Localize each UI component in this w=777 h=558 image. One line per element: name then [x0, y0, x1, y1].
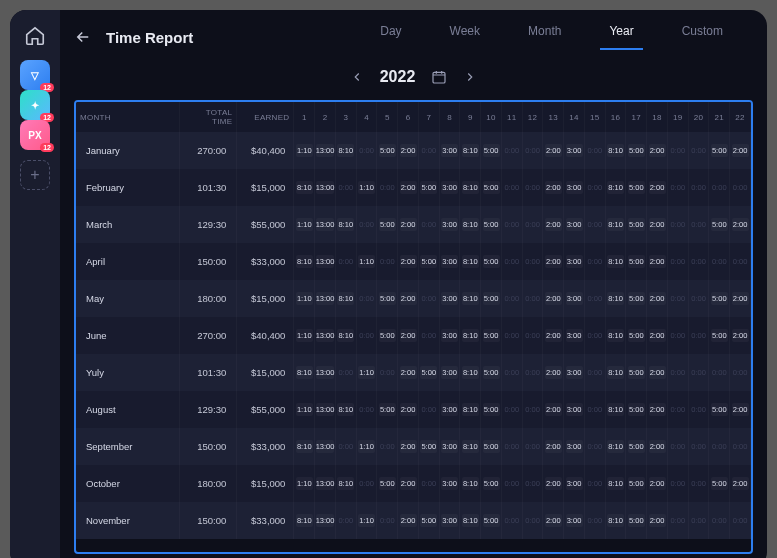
- sidebar-app-0[interactable]: ▽12: [20, 60, 50, 90]
- cell-day: 2:00: [647, 391, 668, 428]
- next-year-button[interactable]: [463, 70, 477, 84]
- cell-month: November: [76, 502, 180, 539]
- table-row[interactable]: November150:00$33,0008:1013:000:001:100:…: [76, 502, 751, 539]
- cell-day: 0:00: [377, 502, 398, 539]
- cell-day: 1:10: [356, 169, 377, 206]
- cell-day: 0:00: [501, 206, 522, 243]
- col-day-5: 5: [377, 102, 398, 132]
- cell-total: 270:00: [180, 132, 237, 169]
- cell-day: 1:10: [356, 428, 377, 465]
- cell-day: 3:00: [439, 391, 460, 428]
- cell-day: 2:00: [647, 502, 668, 539]
- tab-month[interactable]: Month: [504, 24, 585, 50]
- home-icon[interactable]: [21, 22, 49, 50]
- cell-day: 0:00: [730, 428, 751, 465]
- cell-day: 3:00: [439, 206, 460, 243]
- cell-day: 5:00: [481, 243, 502, 280]
- cell-day: 0:00: [730, 243, 751, 280]
- table-row[interactable]: March129:30$55,0001:1013:008:100:005:002…: [76, 206, 751, 243]
- tab-custom[interactable]: Custom: [658, 24, 747, 50]
- add-workspace-button[interactable]: +: [20, 160, 50, 190]
- col-month: MONTH: [76, 102, 180, 132]
- cell-day: 0:00: [522, 132, 543, 169]
- cell-total: 101:30: [180, 354, 237, 391]
- tab-week[interactable]: Week: [426, 24, 504, 50]
- table-row[interactable]: April150:00$33,0008:1013:000:001:100:002…: [76, 243, 751, 280]
- cell-day: 0:00: [730, 169, 751, 206]
- cell-day: 5:00: [626, 502, 647, 539]
- cell-day: 8:10: [294, 502, 315, 539]
- table-row[interactable]: August129:30$55,0001:1013:008:100:005:00…: [76, 391, 751, 428]
- cell-day: 2:00: [398, 169, 419, 206]
- cell-day: 0:00: [356, 465, 377, 502]
- table-row[interactable]: May180:00$15,0001:1013:008:100:005:002:0…: [76, 280, 751, 317]
- prev-year-button[interactable]: [350, 70, 364, 84]
- cell-day: 0:00: [709, 354, 730, 391]
- cell-day: 2:00: [543, 465, 564, 502]
- calendar-icon[interactable]: [431, 69, 447, 85]
- cell-day: 0:00: [667, 169, 688, 206]
- cell-day: 0:00: [418, 465, 439, 502]
- cell-day: 8:10: [460, 391, 481, 428]
- cell-day: 5:00: [626, 132, 647, 169]
- cell-month: September: [76, 428, 180, 465]
- cell-day: 5:00: [418, 428, 439, 465]
- cell-day: 8:10: [605, 132, 626, 169]
- cell-day: 0:00: [356, 317, 377, 354]
- cell-day: 13:00: [315, 465, 336, 502]
- cell-day: 2:00: [543, 502, 564, 539]
- table-row[interactable]: June270:00$40,4001:1013:008:100:005:002:…: [76, 317, 751, 354]
- cell-day: 0:00: [501, 465, 522, 502]
- tab-year[interactable]: Year: [585, 24, 657, 50]
- table-row[interactable]: Yuly101:30$15,0008:1013:000:001:100:002:…: [76, 354, 751, 391]
- cell-month: August: [76, 391, 180, 428]
- cell-day: 8:10: [605, 354, 626, 391]
- tab-day[interactable]: Day: [356, 24, 425, 50]
- sidebar-app-2[interactable]: PX12: [20, 120, 50, 150]
- cell-day: 0:00: [584, 280, 605, 317]
- cell-day: 2:00: [730, 132, 751, 169]
- cell-day: 5:00: [626, 169, 647, 206]
- cell-day: 2:00: [398, 428, 419, 465]
- table-row[interactable]: January270:00$40,4001:1013:008:100:005:0…: [76, 132, 751, 169]
- cell-day: 0:00: [709, 502, 730, 539]
- cell-day: 2:00: [647, 465, 668, 502]
- cell-day: 0:00: [667, 502, 688, 539]
- cell-day: 3:00: [564, 317, 585, 354]
- col-day-22: 22: [730, 102, 751, 132]
- col-day-11: 11: [501, 102, 522, 132]
- cell-day: 0:00: [418, 317, 439, 354]
- cell-earned: $15,000: [237, 354, 294, 391]
- cell-day: 5:00: [377, 280, 398, 317]
- back-button[interactable]: [74, 28, 92, 46]
- cell-day: 0:00: [377, 243, 398, 280]
- cell-day: 0:00: [522, 391, 543, 428]
- cell-day: 2:00: [647, 206, 668, 243]
- cell-day: 2:00: [730, 391, 751, 428]
- cell-month: April: [76, 243, 180, 280]
- cell-day: 8:10: [460, 132, 481, 169]
- cell-day: 0:00: [667, 280, 688, 317]
- table-row[interactable]: September150:00$33,0008:1013:000:001:100…: [76, 428, 751, 465]
- cell-day: 2:00: [398, 206, 419, 243]
- cell-day: 2:00: [398, 354, 419, 391]
- cell-day: 2:00: [647, 280, 668, 317]
- cell-day: 8:10: [460, 354, 481, 391]
- sidebar-app-1[interactable]: ✦12: [20, 90, 50, 120]
- cell-earned: $33,000: [237, 502, 294, 539]
- cell-day: 2:00: [647, 317, 668, 354]
- cell-day: 5:00: [709, 317, 730, 354]
- cell-day: 5:00: [377, 206, 398, 243]
- cell-day: 0:00: [584, 243, 605, 280]
- cell-day: 0:00: [335, 502, 356, 539]
- col-day-2: 2: [315, 102, 336, 132]
- cell-day: 2:00: [543, 391, 564, 428]
- cell-day: 0:00: [688, 206, 709, 243]
- table-row[interactable]: October180:00$15,0001:1013:008:100:005:0…: [76, 465, 751, 502]
- col-day-13: 13: [543, 102, 564, 132]
- cell-earned: $55,000: [237, 391, 294, 428]
- svg-rect-0: [433, 72, 445, 83]
- cell-day: 0:00: [377, 428, 398, 465]
- table-row[interactable]: February101:30$15,0008:1013:000:001:100:…: [76, 169, 751, 206]
- cell-day: 3:00: [439, 280, 460, 317]
